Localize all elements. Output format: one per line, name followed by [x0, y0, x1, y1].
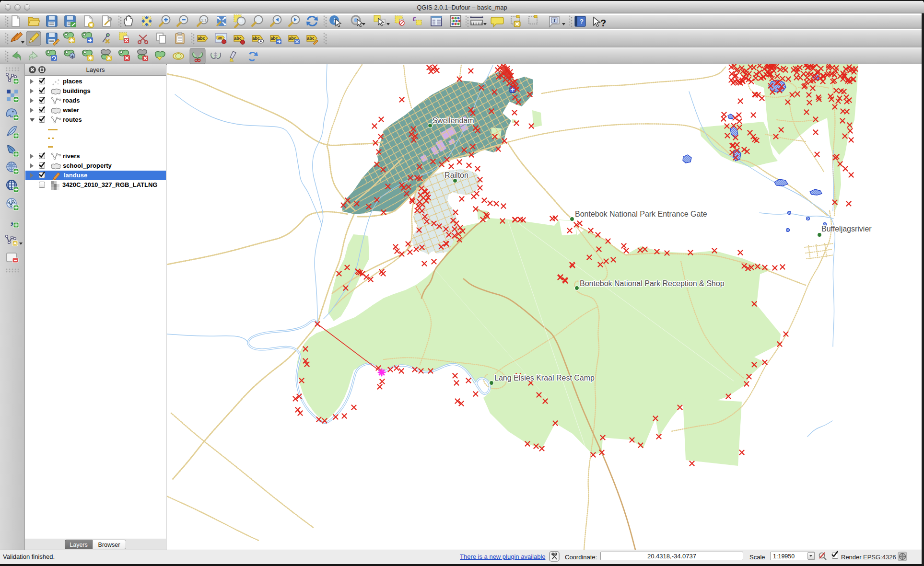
svg-text:1:1: 1:1	[201, 18, 207, 23]
svg-text:Bontebok National Park Recepti: Bontebok National Park Reception & Shop	[580, 279, 725, 288]
svg-text:Swellendam: Swellendam	[432, 116, 474, 125]
svg-text:ε: ε	[412, 14, 416, 23]
svg-text:abc: abc	[234, 36, 242, 41]
svg-text:abc: abc	[198, 36, 205, 41]
svg-text:T: T	[553, 18, 556, 23]
svg-text:?: ?	[580, 18, 584, 25]
svg-text:abc: abc	[307, 36, 315, 41]
svg-text:Bontebok National Park Entranc: Bontebok National Park Entrance Gate	[575, 210, 707, 218]
svg-text:Buffeljagsrivier: Buffeljagsrivier	[821, 225, 872, 233]
svg-text:?: ?	[600, 18, 606, 28]
svg-text:i: i	[333, 17, 335, 24]
svg-text:ab: ab	[218, 36, 222, 40]
svg-text:Lang Elsies Kraal Rest Camp: Lang Elsies Kraal Rest Camp	[494, 374, 595, 382]
svg-text:Railton: Railton	[444, 171, 468, 179]
